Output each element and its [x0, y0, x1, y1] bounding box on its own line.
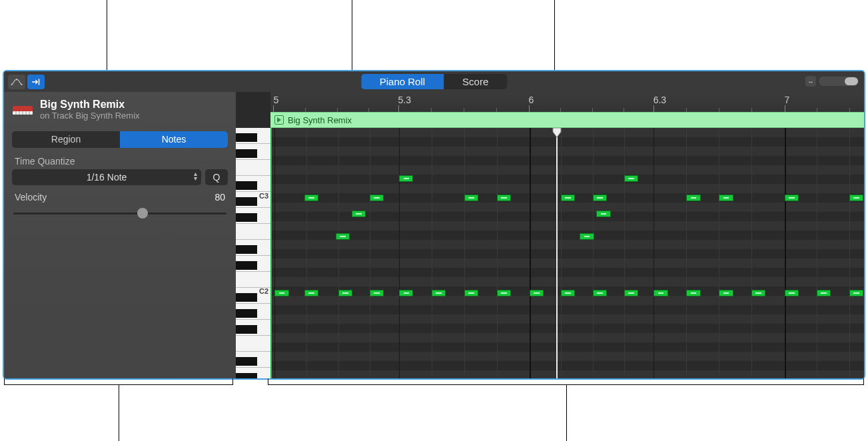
- ruler-bar-label: 7: [785, 95, 790, 105]
- editor-window: Piano Roll Score ↔ Big Synth Remix on Tr…: [3, 70, 865, 380]
- piano-keyboard[interactable]: C3C2: [236, 128, 270, 378]
- tab-score[interactable]: Score: [444, 74, 507, 89]
- midi-note[interactable]: [561, 290, 575, 296]
- ruler-bar-label: 6: [529, 95, 534, 105]
- tab-region[interactable]: Region: [12, 131, 120, 148]
- midi-note[interactable]: [653, 290, 667, 296]
- midi-note[interactable]: [352, 211, 366, 217]
- midi-note[interactable]: [304, 195, 318, 201]
- midi-note[interactable]: [336, 233, 350, 240]
- horizontal-zoom-slider[interactable]: ↔: [805, 76, 859, 87]
- chevron-updown-icon: ▴▾: [194, 171, 197, 181]
- midi-note[interactable]: [370, 290, 384, 296]
- midi-note[interactable]: [274, 290, 288, 296]
- midi-note[interactable]: [497, 290, 511, 296]
- midi-note[interactable]: [370, 195, 384, 201]
- region-name: Big Synth Remix: [288, 115, 352, 125]
- tab-piano-roll[interactable]: Piano Roll: [361, 74, 444, 89]
- callout-bracket: [268, 378, 864, 380]
- ruler-bar-label: 6.3: [653, 95, 666, 105]
- playhead[interactable]: [556, 128, 558, 378]
- automation-curve-button[interactable]: [8, 75, 25, 89]
- time-ruler[interactable]: 55.366.37: [270, 92, 864, 112]
- midi-note[interactable]: [399, 175, 413, 182]
- midi-note[interactable]: [593, 290, 607, 296]
- midi-note[interactable]: [399, 290, 413, 296]
- quantize-apply-button[interactable]: Q: [205, 169, 228, 185]
- svg-rect-3: [39, 79, 40, 85]
- midi-note[interactable]: [596, 211, 610, 217]
- midi-note[interactable]: [686, 290, 700, 296]
- midi-note[interactable]: [432, 290, 446, 296]
- velocity-value: 80: [215, 192, 225, 203]
- midi-note[interactable]: [719, 290, 733, 296]
- tab-notes[interactable]: Notes: [120, 131, 228, 148]
- region-notes-segmented: Region Notes: [12, 131, 228, 148]
- midi-note[interactable]: [785, 195, 799, 201]
- midi-note[interactable]: [338, 290, 352, 296]
- midi-note[interactable]: [304, 290, 318, 296]
- zoom-track: [819, 77, 859, 86]
- view-mode-segmented: Piano Roll Score: [361, 74, 508, 89]
- quantize-select[interactable]: 1/16 Note ▴▾: [12, 169, 201, 185]
- track-title: Big Synth Remix: [40, 99, 140, 111]
- svg-point-2: [21, 83, 22, 85]
- midi-note[interactable]: [849, 195, 863, 201]
- midi-note[interactable]: [561, 195, 575, 201]
- callout-line: [107, 0, 107, 70]
- quantize-value: 1/16 Note: [87, 172, 127, 183]
- midi-note[interactable]: [624, 290, 638, 296]
- velocity-label: Velocity: [15, 192, 47, 203]
- zoom-thumb[interactable]: [845, 77, 858, 85]
- instrument-keyboard-icon: [12, 102, 35, 118]
- svg-point-1: [16, 79, 17, 80]
- key-label: C2: [259, 287, 268, 295]
- callout-line: [352, 0, 352, 70]
- callout-bracket: [4, 378, 233, 380]
- track-subtitle: on Track Big Synth Remix: [40, 111, 140, 121]
- zoom-arrows-icon: ↔: [805, 76, 816, 87]
- quantize-label: Time Quantize: [4, 148, 236, 169]
- midi-note[interactable]: [785, 290, 799, 296]
- midi-note[interactable]: [530, 290, 544, 296]
- region-strip[interactable]: Big Synth Remix: [270, 112, 864, 128]
- midi-note[interactable]: [580, 233, 594, 240]
- ruler-bar-label: 5: [273, 95, 278, 105]
- toolbar: Piano Roll Score ↔: [4, 71, 864, 92]
- playhead-marker-icon: [552, 128, 562, 139]
- midi-note[interactable]: [497, 195, 511, 201]
- ruler-bar-label: 5.3: [398, 95, 411, 105]
- region-play-icon: [274, 115, 284, 125]
- key-label: C3: [259, 192, 268, 200]
- track-header: Big Synth Remix on Track Big Synth Remix: [4, 92, 236, 123]
- midi-note[interactable]: [719, 195, 733, 201]
- midi-note[interactable]: [751, 290, 765, 296]
- inspector-panel: Big Synth Remix on Track Big Synth Remix…: [4, 92, 236, 378]
- note-grid[interactable]: [270, 128, 864, 378]
- catch-playhead-button[interactable]: [27, 75, 45, 89]
- svg-point-0: [11, 83, 12, 85]
- midi-note[interactable]: [817, 290, 831, 296]
- midi-note[interactable]: [849, 290, 863, 296]
- midi-note[interactable]: [593, 195, 607, 201]
- midi-note[interactable]: [464, 195, 478, 201]
- midi-note[interactable]: [464, 290, 478, 296]
- midi-note[interactable]: [686, 195, 700, 201]
- velocity-thumb[interactable]: [137, 208, 148, 219]
- midi-note[interactable]: [624, 175, 638, 182]
- velocity-slider[interactable]: [13, 207, 226, 220]
